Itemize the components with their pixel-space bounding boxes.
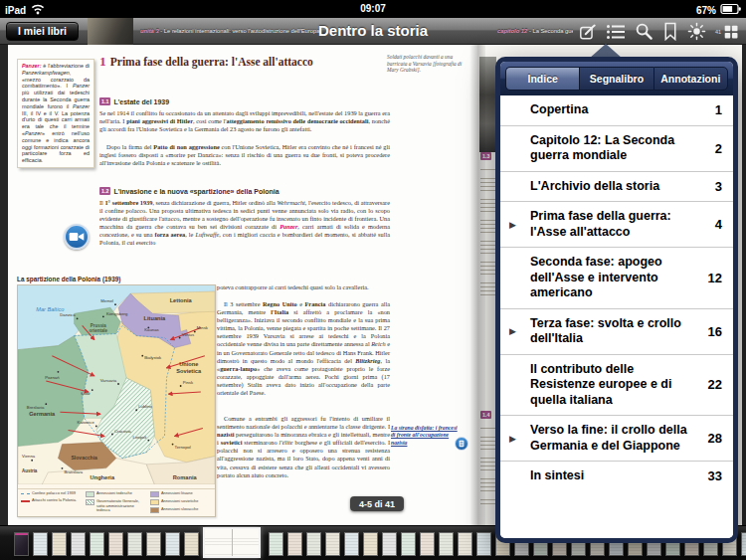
page-thumbnail[interactable] xyxy=(420,532,435,556)
search-icon[interactable] xyxy=(635,22,653,41)
svg-text:Leopoli: Leopoli xyxy=(133,435,147,440)
svg-text:Cracovia: Cracovia xyxy=(114,429,131,434)
svg-text:Germania: Germania xyxy=(29,411,56,417)
toc-item-title: L'Archivio della storia xyxy=(530,179,698,195)
table-of-contents-icon[interactable] xyxy=(606,23,626,41)
page-thumbnail[interactable] xyxy=(146,532,161,556)
svg-text:Bratislava: Bratislava xyxy=(64,469,83,474)
page-thumbnail[interactable] xyxy=(363,532,378,556)
battery-icon xyxy=(720,3,742,17)
toc-item[interactable]: In sintesi33 xyxy=(500,461,733,491)
page-thumbnail[interactable] xyxy=(108,532,123,556)
svg-text:Ternopol: Ternopol xyxy=(175,445,191,450)
page-thumbnail[interactable] xyxy=(382,532,397,556)
page-thumbnail[interactable] xyxy=(401,532,416,556)
page-thumbnail[interactable] xyxy=(127,532,142,556)
page-thumbnail-current[interactable] xyxy=(203,527,261,558)
toc-item-page: 33 xyxy=(698,468,722,483)
toc-item-title: In sintesi xyxy=(530,468,698,484)
toc-item[interactable]: ▶Verso la fine: il crollo della Germania… xyxy=(500,415,733,461)
glossary-note: Panzer: è l'abbreviazione di Panzerkampf… xyxy=(17,59,94,168)
toc-item[interactable]: ▶Prima fase della guerra: l'Asse all'att… xyxy=(500,201,733,247)
ipad-screen: iPad 09:07 67% I miei libri xyxy=(0,0,746,560)
svg-text:Lettonia: Lettonia xyxy=(170,297,193,303)
svg-text:Poznań: Poznań xyxy=(45,375,60,380)
chapter-number-label: capitolo 12 xyxy=(497,28,527,34)
video-icon[interactable] xyxy=(64,224,90,250)
toc-list: Copertina1Capitolo 12: La Seconda guerra… xyxy=(500,95,733,542)
page-thumbnail[interactable] xyxy=(269,532,283,556)
toc-item[interactable]: Seconda fase: apogeo dell'Asse e interve… xyxy=(500,247,733,308)
chapter-breadcrumb: capitolo 12 - La Seconda guerra mon xyxy=(497,28,573,34)
page-thumbnail[interactable] xyxy=(14,532,29,556)
svg-text:Danzica: Danzica xyxy=(60,312,76,317)
section-title: L'estate del 1939 xyxy=(113,98,169,105)
tab-indice[interactable]: Indice xyxy=(505,67,579,91)
page-thumbnail[interactable] xyxy=(287,532,302,556)
svg-text:Romania: Romania xyxy=(173,474,198,480)
popover-tab-bar: IndiceSegnalibroAnnotazioni xyxy=(500,62,733,95)
toc-item-title: Terza fase: svolta e crollo dell'Italia xyxy=(530,316,698,347)
svg-text:Pinsk: Pinsk xyxy=(183,380,194,385)
page-thumbnail[interactable] xyxy=(476,532,491,556)
tab-segnalibro[interactable]: Segnalibro xyxy=(579,67,653,91)
svg-text:Slovacchia: Slovacchia xyxy=(71,455,97,461)
legend-swatch-slovak xyxy=(150,507,159,513)
chapter-heading: 1Prima fase della guerra: l'Asse all'att… xyxy=(99,52,390,70)
disclosure-triangle-icon: ▶ xyxy=(509,434,516,444)
section-1-2-heading: 1.2 L'invasione e la nuova «spartizione»… xyxy=(99,187,280,195)
page-thumbnail[interactable] xyxy=(306,532,321,556)
page-thumbnail[interactable] xyxy=(458,532,472,556)
media-note-icon[interactable] xyxy=(455,437,468,451)
page-indicator: 4-5 di 41 xyxy=(350,496,404,511)
page-thumbnail[interactable] xyxy=(184,532,199,556)
svg-text:Austria: Austria xyxy=(22,468,38,473)
toc-item[interactable]: L'Archivio della storia3 xyxy=(500,171,733,202)
toc-item-page: 16 xyxy=(698,324,722,339)
toc-item[interactable]: Capitolo 12: La Seconda guerra mondiale2 xyxy=(500,125,733,171)
status-bar: iPad 09:07 67% xyxy=(0,0,746,18)
book-cover-thumbnail xyxy=(88,18,133,45)
bookmark-icon[interactable] xyxy=(662,22,678,41)
toc-item-title: Verso la fine: il crollo della Germania … xyxy=(530,423,698,454)
svg-text:Minsk: Minsk xyxy=(197,325,209,330)
annotate-icon[interactable] xyxy=(579,23,597,41)
page-thumbnail[interactable] xyxy=(741,532,746,556)
legend-swatch-soviet xyxy=(150,499,159,505)
page-thumbnail[interactable] xyxy=(71,532,86,556)
page-thumbnail[interactable] xyxy=(52,532,67,556)
svg-text:Memel: Memel xyxy=(100,298,113,303)
toc-item[interactable]: ▶Terza fase: svolta e crollo dell'Italia… xyxy=(500,308,733,354)
toc-item-title: Il contributo delle Resistenze europee e… xyxy=(530,362,698,409)
page-thumbnail[interactable] xyxy=(165,532,180,556)
page-thumbnail[interactable] xyxy=(439,532,454,556)
toc-item-title: Prima fase della guerra: l'Asse all'atta… xyxy=(530,209,698,240)
map-figure: La spartizione della Polonia (1939) xyxy=(17,276,216,517)
page-thumbnail[interactable] xyxy=(325,532,340,556)
toc-item[interactable]: Il contributo delle Resistenze europee e… xyxy=(500,354,733,416)
section-badge: 1.2 xyxy=(99,187,110,195)
unit-breadcrumb: unità 3 - Le relazioni internazionali: v… xyxy=(140,28,429,34)
svg-text:Vilnius: Vilnius xyxy=(182,332,194,337)
left-book-page[interactable]: Panzer: è l'abbreviazione di Panzerkampf… xyxy=(8,45,477,525)
poland-partition-map: Mar Baltico Lettonia Lituania Unione Sov… xyxy=(18,285,215,484)
section-title: L'invasione e la nuova «spartizione» del… xyxy=(113,188,279,195)
svg-text:Łódź: Łódź xyxy=(82,391,91,396)
tab-annotazioni[interactable]: Annotazioni xyxy=(653,67,728,91)
toc-item[interactable]: Copertina1 xyxy=(500,95,733,125)
chapter-number: 1 xyxy=(99,54,106,69)
photo-caption: Soldati polacchi davanti a una barricata… xyxy=(387,54,466,74)
margin-note-link[interactable]: La strana disfatta: i francesi di fronte… xyxy=(391,425,463,447)
brightness-icon[interactable] xyxy=(687,22,706,41)
my-books-button[interactable]: I miei libri xyxy=(6,22,79,41)
toc-item-page: 4 xyxy=(698,217,722,232)
page-thumbnail[interactable] xyxy=(90,532,104,556)
paragraph: Il 3 settembre Regno Unito e Francia dic… xyxy=(217,300,390,397)
svg-text:Kaunas: Kaunas xyxy=(144,327,158,332)
page-thumbnail[interactable] xyxy=(344,532,359,556)
svg-text:Königsberg: Königsberg xyxy=(106,311,128,316)
page-count-badge: 41 xyxy=(715,29,721,41)
svg-text:Sovietica: Sovietica xyxy=(176,368,202,374)
page-thumbnail[interactable] xyxy=(33,532,48,556)
page-grid-icon[interactable]: 41 xyxy=(715,23,740,41)
